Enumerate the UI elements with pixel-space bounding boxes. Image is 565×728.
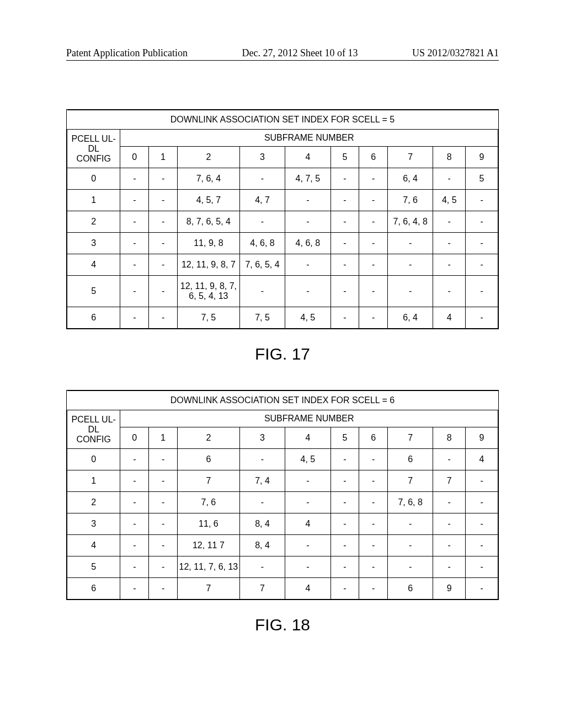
table-row: PCELL UL-DL CONFIG SUBFRAME NUMBER: [67, 410, 498, 427]
cfg: 4: [67, 254, 120, 276]
cell: 7: [177, 470, 239, 492]
cell: 7, 6, 5, 4: [239, 254, 285, 276]
col-header: 6: [359, 147, 388, 168]
cell: 12, 11, 7, 6, 13: [177, 556, 239, 578]
cell: -: [239, 276, 285, 307]
table-row: 6 - - 7, 5 7, 5 4, 5 - - 6, 4 4 -: [67, 307, 498, 329]
cell: -: [466, 556, 498, 578]
cell: 7, 5: [239, 307, 285, 329]
cell: -: [120, 168, 149, 190]
cell: -: [331, 168, 359, 190]
table-row: PCELL UL-DL CONFIG SUBFRAME NUMBER: [67, 130, 498, 147]
cell: -: [433, 233, 466, 254]
cell: 8, 4: [239, 513, 285, 535]
cell: -: [359, 535, 388, 556]
cell: -: [388, 535, 433, 556]
cell: 12, 11, 9, 8, 7, 6, 5, 4, 13: [177, 276, 239, 307]
cell: 4, 7: [239, 190, 285, 211]
table-row: 0 1 2 3 4 5 6 7 8 9: [67, 427, 498, 449]
header-center: Dec. 27, 2012 Sheet 10 of 13: [242, 47, 358, 59]
cell: -: [149, 470, 178, 492]
col-header: 4: [285, 147, 331, 168]
table-scell5: DOWNLINK ASSOCIATION SET INDEX FOR SCELL…: [66, 109, 499, 329]
cell: -: [433, 513, 466, 535]
cell: 7: [239, 578, 285, 599]
figure-label-17: FIG. 17: [66, 345, 499, 363]
cell: -: [285, 211, 331, 233]
cell: -: [331, 211, 359, 233]
cell: 4: [433, 307, 466, 329]
table-row: DOWNLINK ASSOCIATION SET INDEX FOR SCELL…: [67, 110, 498, 130]
cell: -: [433, 276, 466, 307]
cell: 4, 6, 8: [239, 233, 285, 254]
cfg: 6: [67, 578, 120, 599]
cfg: 1: [67, 190, 120, 211]
cell: 8, 7, 6, 5, 4: [177, 211, 239, 233]
cfg: 1: [67, 470, 120, 492]
table-row: 1 - - 7 7, 4 - - - 7 7 -: [67, 470, 498, 492]
cfg: 2: [67, 211, 120, 233]
cell: -: [120, 211, 149, 233]
cell: -: [149, 449, 178, 470]
header-left: Patent Application Publication: [66, 47, 188, 59]
cell: 7: [177, 578, 239, 599]
cell: 4, 5, 7: [177, 190, 239, 211]
cell: 11, 6: [177, 513, 239, 535]
cfg: 3: [67, 233, 120, 254]
table-row: 4 - - 12, 11, 9, 8, 7 7, 6, 5, 4 - - - -…: [67, 254, 498, 276]
cell: -: [359, 449, 388, 470]
col-header: 4: [285, 427, 331, 449]
cell: -: [466, 578, 498, 599]
cell: -: [359, 513, 388, 535]
cell: 11, 9, 8: [177, 233, 239, 254]
cell: -: [466, 211, 498, 233]
cell: -: [433, 535, 466, 556]
cell: -: [359, 168, 388, 190]
table-row: 1 - - 4, 5, 7 4, 7 - - - 7, 6 4, 5 -: [67, 190, 498, 211]
cell: 6: [388, 578, 433, 599]
col-header: 5: [331, 147, 359, 168]
cfg: 6: [67, 307, 120, 329]
cell: 4: [466, 449, 498, 470]
cell: 4: [285, 578, 331, 599]
cell: -: [433, 254, 466, 276]
cell: -: [285, 535, 331, 556]
cell: -: [120, 254, 149, 276]
cfg: 5: [67, 276, 120, 307]
cell: -: [388, 513, 433, 535]
cell: -: [149, 307, 178, 329]
cfg: 5: [67, 556, 120, 578]
cell: -: [120, 513, 149, 535]
col-header: 3: [239, 427, 285, 449]
col-header: 9: [466, 147, 498, 168]
col-header: 9: [466, 427, 498, 449]
cell: -: [285, 470, 331, 492]
cell: -: [149, 190, 178, 211]
cell: 7, 6, 4: [177, 168, 239, 190]
cell: -: [388, 556, 433, 578]
cell: 7: [388, 470, 433, 492]
cell: -: [285, 190, 331, 211]
cell: 12, 11, 9, 8, 7: [177, 254, 239, 276]
cell: -: [359, 233, 388, 254]
table-row: 0 1 2 3 4 5 6 7 8 9: [67, 147, 498, 168]
cell: -: [149, 276, 178, 307]
table-row: 6 - - 7 7 4 - - 6 9 -: [67, 578, 498, 599]
cell: -: [239, 168, 285, 190]
col-header: 0: [120, 147, 149, 168]
cell: -: [359, 470, 388, 492]
cell: -: [120, 535, 149, 556]
cell: -: [359, 492, 388, 513]
cell: 7, 5: [177, 307, 239, 329]
cfg: 0: [67, 168, 120, 190]
cell: -: [466, 233, 498, 254]
cell: -: [285, 254, 331, 276]
cell: -: [388, 254, 433, 276]
col-header: 7: [388, 147, 433, 168]
cfg: 3: [67, 513, 120, 535]
figure-label-18: FIG. 18: [66, 615, 499, 634]
cell: 7, 4: [239, 470, 285, 492]
cell: 6, 4: [388, 168, 433, 190]
cell: 4, 5: [285, 449, 331, 470]
cell: -: [149, 233, 178, 254]
